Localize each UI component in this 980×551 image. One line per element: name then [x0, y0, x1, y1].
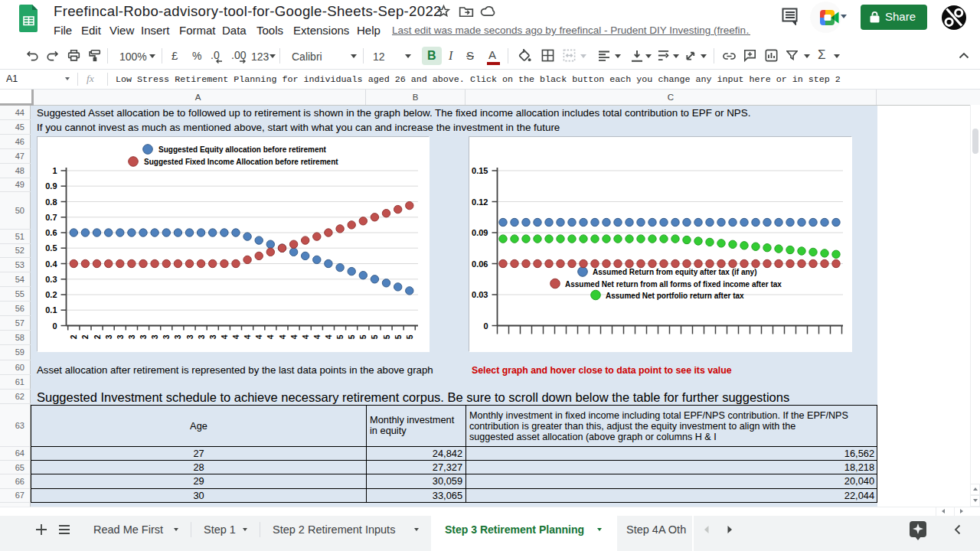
svg-text:0.7: 0.7 [45, 213, 57, 222]
svg-text:5: 5 [335, 334, 345, 339]
svg-text:0.3: 0.3 [45, 275, 57, 284]
svg-text:0: 0 [52, 321, 57, 331]
svg-text:2: 2 [93, 334, 102, 339]
svg-text:3: 3 [139, 334, 148, 339]
svg-text:5: 5 [358, 334, 368, 339]
svg-text:2: 2 [80, 334, 90, 339]
svg-text:4: 4 [324, 334, 333, 339]
svg-text:4: 4 [301, 334, 310, 339]
svg-text:0.03: 0.03 [472, 290, 488, 299]
svg-text:3: 3 [208, 334, 217, 339]
svg-text:5: 5 [394, 334, 403, 339]
svg-text:2: 2 [69, 334, 78, 339]
svg-text:Suggested Fixed Income Allocat: Suggested Fixed Income Allocation before… [144, 158, 338, 166]
svg-text:1: 1 [52, 166, 57, 175]
svg-text:3: 3 [197, 334, 206, 339]
svg-text:4: 4 [312, 334, 322, 339]
svg-text:0.6: 0.6 [45, 228, 57, 237]
svg-text:3: 3 [185, 334, 194, 339]
svg-text:0.9: 0.9 [45, 181, 57, 191]
svg-text:4: 4 [266, 334, 275, 339]
svg-text:4: 4 [231, 334, 240, 339]
svg-text:0: 0 [483, 321, 488, 331]
svg-text:0.15: 0.15 [472, 166, 488, 175]
svg-text:4: 4 [289, 334, 299, 339]
svg-text:3: 3 [162, 334, 171, 339]
svg-text:5: 5 [347, 334, 356, 339]
svg-text:5: 5 [370, 334, 379, 339]
svg-text:0.12: 0.12 [472, 197, 488, 207]
svg-text:0.8: 0.8 [45, 197, 57, 207]
svg-text:Assumed Return from equity aft: Assumed Return from equity after tax (if… [593, 268, 756, 276]
svg-text:3: 3 [104, 334, 113, 339]
svg-text:5: 5 [405, 334, 414, 339]
svg-text:3: 3 [127, 334, 136, 339]
svg-text:0.09: 0.09 [472, 228, 488, 237]
svg-text:0.1: 0.1 [45, 305, 57, 315]
svg-text:0.4: 0.4 [45, 259, 57, 269]
svg-text:3: 3 [173, 334, 182, 339]
svg-text:4: 4 [254, 334, 263, 339]
svg-text:Assumed Net portfolio return a: Assumed Net portfolio return after tax [606, 292, 744, 300]
svg-text:0.5: 0.5 [45, 243, 57, 253]
svg-text:0.2: 0.2 [45, 290, 57, 299]
svg-text:Suggested Equity allocation be: Suggested Equity allocation before retir… [158, 145, 327, 154]
svg-text:3: 3 [116, 334, 125, 339]
svg-text:Assumed Net return from all fo: Assumed Net return from all forms of fix… [565, 280, 782, 289]
svg-text:4: 4 [278, 334, 287, 339]
svg-text:5: 5 [382, 334, 391, 339]
svg-text:4: 4 [220, 334, 229, 339]
svg-text:3: 3 [150, 334, 159, 339]
svg-text:4: 4 [243, 334, 252, 339]
svg-text:0.06: 0.06 [472, 259, 488, 269]
